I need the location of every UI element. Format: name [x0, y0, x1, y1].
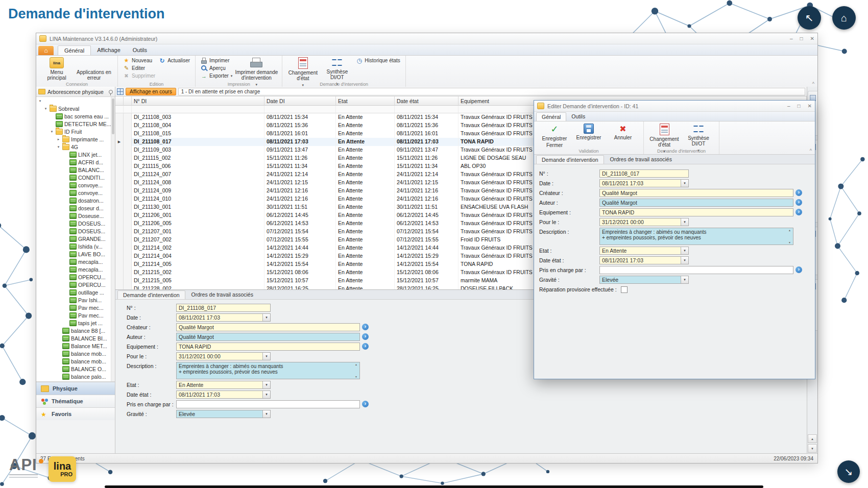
tree-expander-icon[interactable]: ▾ [56, 145, 61, 149]
lookup-icon[interactable] [362, 343, 369, 350]
tree-item[interactable]: ▾ Sobreval [36, 105, 115, 112]
field-input[interactable]: 31/12/2021 00:00 ▾ [599, 218, 689, 226]
dropdown-icon[interactable]: ▾ [681, 218, 688, 226]
ribbon-tab[interactable]: Général [58, 45, 91, 55]
column-header-etat[interactable]: Etat [336, 96, 395, 106]
current-view-value[interactable]: 1 - DI en attente et prise en charge [178, 88, 805, 95]
dialog-close-button[interactable]: ✕ [808, 103, 812, 109]
ribbon-collapse-icon[interactable]: ^ [812, 81, 814, 86]
field-input[interactable]: 08/11/2021 17:03 ▾ [176, 313, 271, 322]
field-input[interactable]: 31/12/2021 00:00 ▾ [176, 352, 271, 360]
tree-item[interactable]: BALANC... [36, 166, 115, 174]
dropdown-icon[interactable]: ▾ [262, 410, 270, 418]
tree-item[interactable]: balance palo... [36, 373, 115, 380]
nav-home-button[interactable]: ⌂ [832, 6, 856, 30]
scroll-up-icon[interactable]: ▲ [808, 434, 817, 443]
minimize-button[interactable]: – [790, 36, 793, 41]
actualiser-button[interactable]: Actualiser [158, 57, 191, 64]
dropdown-icon[interactable]: ▾ [262, 381, 270, 388]
tree-nav-item[interactable]: Favoris [36, 407, 115, 420]
tree-item[interactable]: OPERCU... [36, 281, 115, 288]
applications-en-erreur-button[interactable]: Applications en erreur [75, 57, 113, 81]
filter-cell[interactable] [132, 106, 264, 113]
exporter-button[interactable]: Exporter▾ [200, 72, 233, 80]
dialog-tab-general[interactable]: Général [536, 112, 566, 121]
tree-item[interactable]: ▾ [36, 97, 115, 105]
field-input[interactable]: Qualité Margot [176, 333, 360, 341]
annuler-button[interactable]: Annuler [607, 123, 639, 140]
field-input[interactable]: Qualité Margot [176, 323, 360, 331]
menu-principal-button[interactable]: lina Menu principal [40, 57, 73, 81]
scroll-spinner-icon[interactable] [353, 363, 359, 378]
tree-item[interactable]: ▾ 4G [36, 143, 115, 151]
tree-item[interactable]: bac sorema eau ... [36, 112, 115, 120]
field-input[interactable] [599, 266, 793, 274]
tree-item[interactable]: balance mob... [36, 357, 115, 365]
tree-item[interactable]: LAVE BO... [36, 250, 115, 258]
tree-expander-icon[interactable]: ▾ [50, 130, 54, 134]
tree-item[interactable]: dosatron... [36, 197, 115, 204]
nav-back-button[interactable]: ↖ [798, 6, 821, 30]
tree-nav-item[interactable]: Physique [36, 382, 115, 395]
tree-item[interactable]: balance B8 [... [36, 327, 115, 334]
apercu-button[interactable]: Aperçu [200, 64, 233, 72]
tree-item[interactable]: CONDITI... [36, 174, 115, 181]
ribbon-tab[interactable]: Affichage [91, 45, 127, 55]
dropdown-icon[interactable]: ▾ [262, 314, 270, 321]
tree-item[interactable]: Ishida (v... [36, 242, 115, 250]
field-input[interactable]: Empreintes à changer : abimés ou manquan… [599, 228, 793, 245]
dropdown-icon[interactable]: ▾ [681, 247, 688, 254]
dropdown-icon[interactable]: ▾ [262, 353, 270, 360]
lookup-icon[interactable] [795, 189, 802, 196]
lookup-icon[interactable] [362, 324, 369, 330]
field-input[interactable]: Qualité Margot [599, 199, 793, 207]
dropdown-icon[interactable]: ▾ [681, 276, 688, 283]
dropdown-icon[interactable]: ▾ [681, 257, 688, 264]
tree-item[interactable]: Pav Ishi... [36, 296, 115, 304]
editer-button[interactable]: Editer [122, 64, 156, 72]
field-input[interactable]: Elevée ▾ [176, 410, 271, 418]
filter-cell[interactable] [395, 106, 459, 113]
field-input[interactable]: 08/11/2021 17:03 ▾ [599, 179, 689, 187]
tab-ordres-travail[interactable]: Ordres de travail associés [186, 290, 258, 299]
ribbon-tab[interactable]: Outils [127, 45, 153, 55]
tree-item[interactable]: Doseuse... [36, 212, 115, 219]
lookup-icon[interactable] [795, 266, 802, 273]
imprimer-button[interactable]: Imprimer [200, 57, 233, 64]
field-input[interactable]: TONA RAPID [176, 343, 360, 351]
tree-item[interactable]: ▸ Imprimante ... [36, 135, 115, 143]
tree-item[interactable]: DOSEUS... [36, 219, 115, 227]
dialog-ribbon-collapse-icon[interactable]: ^ [810, 148, 812, 153]
column-header-date-di[interactable]: Date DI [264, 96, 336, 106]
field-input[interactable] [176, 400, 360, 408]
current-view-chip[interactable]: Affichage en cours [126, 88, 176, 95]
tree-item[interactable]: convoye... [36, 181, 115, 189]
tree-item[interactable]: tapis jet ... [36, 319, 115, 327]
dialog-maximize-button[interactable]: □ [798, 103, 801, 109]
tree-item[interactable]: DETECTEUR ME... [36, 120, 115, 128]
tree-item[interactable]: Balance MET... [36, 342, 115, 350]
field-input[interactable]: DI_211108_017 [176, 304, 271, 312]
lookup-icon[interactable] [795, 199, 802, 206]
dialog-tab-outils[interactable]: Outils [566, 112, 590, 121]
lookup-icon[interactable] [795, 209, 802, 215]
field-input[interactable]: TONA RAPID [599, 208, 793, 216]
tree-item[interactable]: doseur d... [36, 204, 115, 212]
tree-item[interactable]: BALANCE BI... [36, 334, 115, 342]
dropdown-icon[interactable]: ▾ [681, 180, 688, 187]
lookup-icon[interactable] [362, 333, 369, 340]
tree-item[interactable]: BALANCE O... [36, 365, 115, 373]
field-input[interactable]: Empreintes à changer : abimés ou manquan… [176, 362, 360, 379]
tree-nav-item[interactable]: Thématique [36, 395, 115, 407]
tab-demande-intervention[interactable]: Demande d'intervention [117, 290, 185, 299]
tree-item[interactable]: outillage ... [36, 288, 115, 296]
field-input[interactable]: Qualité Margot [599, 189, 793, 197]
tree-item[interactable]: OPERCU... [36, 273, 115, 281]
close-button[interactable]: ✕ [810, 36, 814, 41]
tree-item[interactable]: balance mob... [36, 350, 115, 357]
enregistrer-fermer-button[interactable]: Enregistrer Fermer [538, 123, 571, 148]
pin-icon[interactable] [109, 90, 113, 94]
nav-forward-button[interactable]: ↘ [837, 460, 860, 483]
tree-item[interactable]: ACFRI d... [36, 158, 115, 166]
reparation-checkbox[interactable] [621, 286, 628, 293]
